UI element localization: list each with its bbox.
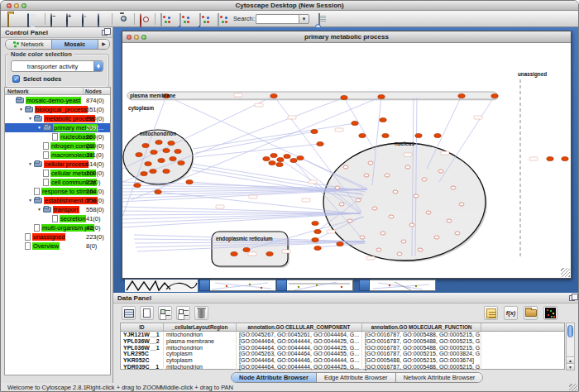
expanded-triangle-icon[interactable]: ▼ [28,160,34,169]
network-node[interactable] [155,189,161,194]
nucleus-node[interactable] [434,236,439,239]
network-node[interactable] [380,117,386,122]
network-node[interactable] [175,149,181,153]
network-node[interactable] [151,150,157,154]
tree-row[interactable]: ▼primary metabo209(... [5,123,110,132]
network-node[interactable] [359,133,366,137]
network-node[interactable] [270,153,277,157]
nucleus-node[interactable] [360,236,365,239]
nucleus-node[interactable] [418,248,423,251]
table-scrollbar[interactable]: ▲ ▼ [566,323,575,370]
nucleus-node[interactable] [422,178,427,181]
network-node[interactable] [562,156,568,160]
tree-row[interactable]: macromolecule311(0) [5,151,110,160]
scroll-down-icon[interactable]: ▼ [567,363,574,370]
tree-row[interactable]: secretion41(0) [5,214,110,223]
tab-node-attribute-browser[interactable]: Node Attribute Browser [232,373,317,382]
network-node[interactable] [382,133,389,137]
tree-row[interactable]: unassigned223(0) [5,232,110,241]
network-node[interactable] [277,157,284,161]
network-node[interactable] [352,121,358,125]
nucleus-node[interactable] [343,165,348,169]
network-node[interactable] [134,183,141,187]
tree-row[interactable]: multi-organism pro42(0) [5,223,110,232]
close-view-icon[interactable] [127,35,132,40]
tab-edge-attribute-browser[interactable]: Edge Attribute Browser [317,373,396,382]
tree-row[interactable]: ▼establishment of lo558(0) [5,196,110,205]
minimize-window-icon[interactable] [14,3,19,8]
network-node[interactable] [314,246,321,250]
network-view-window[interactable]: primary metabolic process [122,31,572,279]
network-node[interactable] [243,247,250,251]
column-nodes[interactable]: Nodes [84,88,110,94]
minimized-network-window[interactable] [359,280,436,291]
zoom-view-icon[interactable] [141,35,146,40]
network-node[interactable] [378,94,385,98]
nucleus-node[interactable] [356,198,361,202]
column-network[interactable]: Network [5,88,84,94]
nucleus-node[interactable] [455,232,460,235]
node-color-dropdown[interactable]: transporter activity [11,60,103,72]
table-row[interactable]: YLR295Ccytoplasm[GO:0045263, GO:0044464,… [121,351,564,357]
dropdown-stepper-icon[interactable] [93,61,103,71]
minimized-titlebar[interactable] [276,280,287,291]
expanded-triangle-icon[interactable]: ▼ [19,105,25,114]
select-attributes-icon[interactable] [158,306,172,320]
network-node[interactable] [163,148,170,152]
table-row[interactable]: YPL036W__1mitochondrion[GO:0044464, GO:0… [121,345,564,351]
tree-row[interactable]: ▼biological_process651(0) [5,105,110,114]
network-node[interactable] [136,152,142,156]
nucleus-node[interactable] [414,194,419,198]
network-node[interactable] [434,133,441,137]
column-cellular-component[interactable]: annotation.GO CELLULAR_COMPONENT [237,323,362,331]
import-attributes-icon[interactable] [524,306,538,320]
nucleus-node[interactable] [339,203,344,206]
network-node[interactable] [458,93,465,98]
network-node[interactable] [142,143,149,147]
float-panel-icon[interactable] [569,295,575,301]
network-node[interactable] [276,162,283,166]
new-attribute-icon[interactable] [140,306,154,320]
network-node[interactable] [547,156,553,160]
formula-icon[interactable]: f(x) [504,306,518,320]
tree-row[interactable]: ▼cellular process614(0) [5,160,110,169]
nucleus-node[interactable] [447,219,452,222]
tree-row[interactable]: nitrogen compo209(0) [5,141,110,151]
minimized-titlebar[interactable] [199,280,210,291]
nucleus-node[interactable] [405,165,410,169]
nucleus-node[interactable] [385,174,390,177]
nucleus-node[interactable] [380,232,385,235]
expanded-triangle-icon[interactable]: ▼ [37,205,43,214]
nucleus-node[interactable] [364,174,369,177]
network-node[interactable] [266,251,273,256]
zoom-window-icon[interactable] [22,3,26,8]
tree-row[interactable]: cellular metabol209(0) [5,169,110,178]
mitochondrion-region[interactable] [123,130,193,184]
tree-row[interactable]: ▼metabolic process280(0) [5,114,110,123]
tree-row[interactable]: mosaic-demo-yeast874(0) [5,96,110,105]
nucleus-node[interactable] [459,203,464,206]
close-window-icon[interactable] [7,3,12,8]
network-node[interactable] [312,221,318,225]
network-node[interactable] [341,95,347,99]
nucleus-node[interactable] [426,211,431,214]
nucleus-node[interactable] [347,219,352,222]
window-resize-grip[interactable] [561,268,570,277]
tab-network-attribute-browser[interactable]: Network Attribute Browser [396,373,483,382]
network-node[interactable] [312,237,318,241]
network-canvas[interactable]: plasma membrane cytoplasm mitochondrion … [122,43,571,278]
nucleus-node[interactable] [409,223,414,227]
expanded-triangle-icon[interactable]: ▼ [28,114,34,123]
network-node[interactable] [314,229,321,233]
network-node[interactable] [269,160,275,165]
nucleus-node[interactable] [376,248,381,251]
column-molecular-function[interactable]: annotation.GO MOLECULAR_FUNCTION [362,323,481,331]
unselect-attributes-icon[interactable] [176,306,190,320]
network-node[interactable] [170,156,176,160]
attribute-grid-icon[interactable] [122,306,136,320]
nucleus-node[interactable] [372,207,377,210]
app-resize-grip[interactable] [569,384,577,392]
network-node[interactable] [284,154,290,158]
nucleus-node[interactable] [451,186,456,189]
tree-row[interactable]: response to stimulu264(0) [5,187,110,196]
